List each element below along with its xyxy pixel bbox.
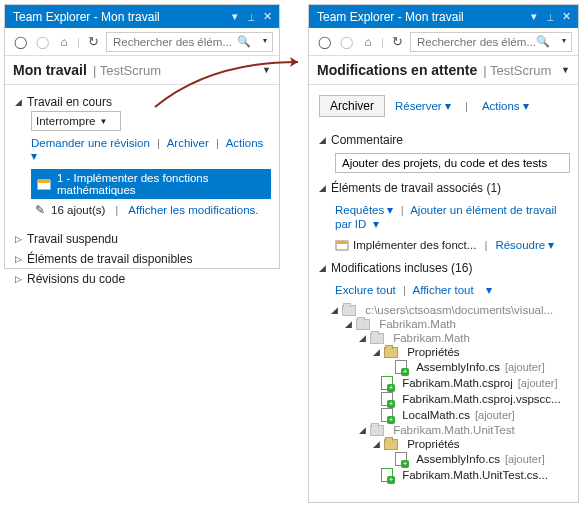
search-wrap: 🔍 ▾ xyxy=(410,32,572,52)
left-pane: Team Explorer - Mon travail ▾ ⟂ ✕ ◯ ◯ ⌂ … xyxy=(4,4,280,269)
folder-icon xyxy=(342,305,356,316)
archive-link[interactable]: Archiver xyxy=(167,137,209,149)
workitem-label[interactable]: Implémenter des fonct... xyxy=(353,239,476,251)
right-pane: Team Explorer - Mon travail ▾ ⟂ ✕ ◯ ◯ ⌂ … xyxy=(308,4,579,503)
section-available[interactable]: Éléments de travail disponibles xyxy=(11,249,273,269)
add-badge-icon: + xyxy=(387,384,395,392)
search-wrap: 🔍 ▾ xyxy=(106,32,273,52)
forward-icon[interactable]: ◯ xyxy=(33,33,51,51)
titlebar-text: Team Explorer - Mon travail xyxy=(9,10,227,24)
section-title: Commentaire xyxy=(331,133,403,147)
expand-icon xyxy=(343,319,353,329)
back-icon[interactable]: ◯ xyxy=(11,33,29,51)
resolve-link[interactable]: Résoudre ▾ xyxy=(495,238,554,252)
refresh-icon[interactable]: ↻ xyxy=(388,33,406,51)
show-all-link[interactable]: Afficher tout ▾ xyxy=(413,284,493,296)
close-icon[interactable]: ✕ xyxy=(259,10,275,23)
svg-rect-3 xyxy=(336,241,348,244)
close-icon[interactable]: ✕ xyxy=(558,10,574,23)
archive-button[interactable]: Archiver xyxy=(319,95,385,117)
search-dropdown-icon[interactable]: ▾ xyxy=(562,36,566,45)
show-mods-link[interactable]: Afficher les modifications. xyxy=(128,204,258,216)
section-head-comment[interactable]: Commentaire xyxy=(317,131,570,149)
page-header: Mon travail | TestScrum ▼ xyxy=(5,56,279,85)
section-head-associated[interactable]: Éléments de travail associés (1) xyxy=(317,179,570,197)
pin-icon[interactable]: ⟂ xyxy=(542,11,558,23)
section-head-included[interactable]: Modifications incluses (16) xyxy=(317,259,570,277)
section-title: Modifications incluses (16) xyxy=(331,261,472,275)
page-title: Modifications en attente xyxy=(317,62,477,78)
file-item[interactable]: + Fabrikam.Math.csproj.vspscc... xyxy=(329,391,570,407)
tree-root[interactable]: c:\users\ctsoasm\documents\visual... xyxy=(329,303,570,317)
workitem-icon xyxy=(335,238,349,252)
page-subtitle: | TestScrum xyxy=(93,63,262,78)
header-caret-icon[interactable]: ▼ xyxy=(262,65,271,75)
exclude-all-link[interactable]: Exclure tout xyxy=(335,284,396,296)
file-icon: + xyxy=(381,392,393,406)
folder-icon xyxy=(384,439,398,450)
tree-node[interactable]: Propriétés xyxy=(329,437,570,451)
expand-icon xyxy=(13,97,23,107)
page-subtitle: | TestScrum xyxy=(483,63,561,78)
expand-icon xyxy=(371,347,381,357)
dropdown-icon[interactable]: ▾ xyxy=(526,10,542,23)
folder-icon xyxy=(370,425,384,436)
folder-icon xyxy=(384,347,398,358)
file-item[interactable]: + Fabrikam.Math.csproj[ajouter] xyxy=(329,375,570,391)
edit-icon: ✎ xyxy=(35,203,45,217)
home-icon[interactable]: ⌂ xyxy=(55,33,73,51)
actions-link[interactable]: Actions ▾ xyxy=(482,99,529,113)
nav-toolbar: ◯ ◯ ⌂ | ↻ 🔍 ▾ xyxy=(5,28,279,56)
section-title: Travail en cours xyxy=(27,95,112,109)
search-icon[interactable]: 🔍 xyxy=(237,35,251,48)
titlebar: Team Explorer - Mon travail ▾ ⟂ ✕ xyxy=(309,5,578,28)
back-icon[interactable]: ◯ xyxy=(315,33,333,51)
tree-node[interactable]: Fabrikam.Math.UnitTest xyxy=(329,423,570,437)
dropdown-label: Interrompre xyxy=(36,115,95,127)
add-badge-icon: + xyxy=(387,476,395,484)
forward-icon[interactable]: ◯ xyxy=(337,33,355,51)
workitem-label: 1 - Implémenter des fonctions mathématiq… xyxy=(57,172,265,196)
expand-icon xyxy=(317,183,327,193)
folder-icon xyxy=(356,319,370,330)
search-icon[interactable]: 🔍 xyxy=(536,35,550,48)
nav-toolbar: ◯ ◯ ⌂ | ↻ 🔍 ▾ xyxy=(309,28,578,56)
workitem-selected[interactable]: 1 - Implémenter des fonctions mathématiq… xyxy=(31,169,271,199)
file-item[interactable]: + AssemblyInfo.cs[ajouter] xyxy=(329,359,570,375)
tree-node[interactable]: Propriétés xyxy=(329,345,570,359)
section-head-inprogress[interactable]: Travail en cours xyxy=(13,93,271,111)
csharp-file-icon: + xyxy=(395,360,407,374)
reserve-link[interactable]: Réserver ▾ xyxy=(395,99,451,113)
request-review-link[interactable]: Demander une révision xyxy=(31,137,150,149)
header-caret-icon[interactable]: ▼ xyxy=(561,65,570,75)
section-coderev[interactable]: Révisions du code xyxy=(11,269,273,289)
file-item[interactable]: + AssemblyInfo.cs[ajouter] xyxy=(329,451,570,467)
workitem-icon xyxy=(37,177,51,191)
search-dropdown-icon[interactable]: ▾ xyxy=(263,36,267,45)
file-item[interactable]: + Fabrikam.Math.UnitTest.cs... xyxy=(329,467,570,483)
add-badge-icon: + xyxy=(401,460,409,468)
expand-icon xyxy=(13,254,23,264)
add-badge-icon: + xyxy=(401,368,409,376)
edits-row: ✎ 16 ajout(s) | Afficher les modificatio… xyxy=(31,203,271,217)
add-badge-icon: + xyxy=(387,400,395,408)
csproj-file-icon: + xyxy=(381,376,393,390)
comment-input[interactable] xyxy=(335,153,570,173)
tree-node[interactable]: Fabrikam.Math xyxy=(329,317,570,331)
pin-icon[interactable]: ⟂ xyxy=(243,11,259,23)
expand-icon xyxy=(357,333,367,343)
tree-node[interactable]: Fabrikam.Math xyxy=(329,331,570,345)
expand-icon xyxy=(13,234,23,244)
page-header: Modifications en attente | TestScrum ▼ xyxy=(309,56,578,85)
queries-link[interactable]: Requêtes ▾ xyxy=(335,204,393,216)
home-icon[interactable]: ⌂ xyxy=(359,33,377,51)
expand-icon xyxy=(317,135,327,145)
section-suspended[interactable]: Travail suspendu xyxy=(11,229,273,249)
refresh-icon[interactable]: ↻ xyxy=(84,33,102,51)
titlebar-text: Team Explorer - Mon travail xyxy=(313,10,526,24)
page-title: Mon travail xyxy=(13,62,87,78)
csharp-file-icon: + xyxy=(381,408,393,422)
interrupt-dropdown[interactable]: Interrompre ▼ xyxy=(31,111,121,131)
dropdown-icon[interactable]: ▾ xyxy=(227,10,243,23)
file-item[interactable]: + LocalMath.cs[ajouter] xyxy=(329,407,570,423)
